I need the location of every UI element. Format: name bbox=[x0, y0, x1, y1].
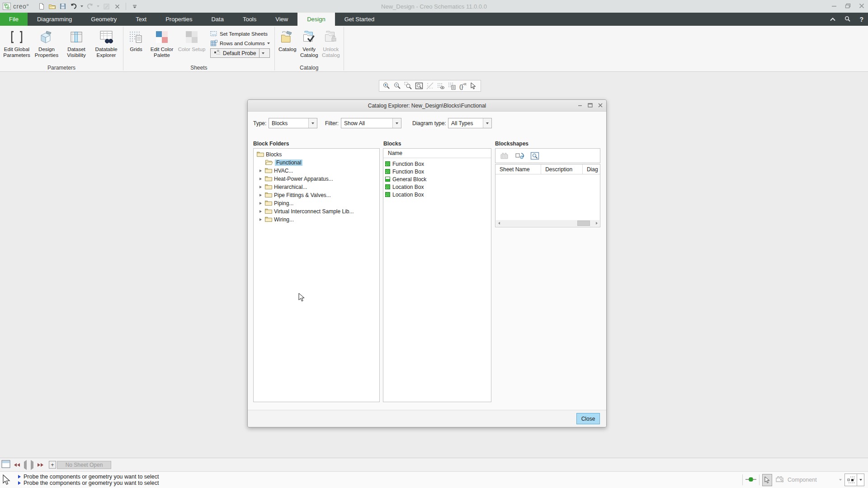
column-diagram[interactable]: Diag bbox=[583, 164, 600, 174]
tree-item-hierarchical[interactable]: Hierarchical... bbox=[254, 183, 379, 191]
close-button[interactable]: Close bbox=[576, 413, 600, 424]
diagram-type-combobox[interactable]: All Types bbox=[448, 118, 492, 128]
probe-dropdown[interactable] bbox=[259, 49, 266, 57]
combo-arrow[interactable] bbox=[483, 118, 491, 128]
type-combobox[interactable]: Blocks bbox=[269, 118, 317, 128]
tree-item-heat-power[interactable]: Heat-Power Apparatus... bbox=[254, 175, 379, 183]
undo-icon[interactable] bbox=[70, 2, 78, 10]
zoom-fit-icon[interactable] bbox=[414, 81, 425, 91]
tree-item-virtual-interconnect[interactable]: Virtual Interconnect Sample Lib... bbox=[254, 207, 379, 216]
set-template-sheets-button[interactable]: Set Template Sheets bbox=[210, 29, 270, 38]
drawing-canvas[interactable]: (}+RB Catalog Explorer: New_Design\Block… bbox=[0, 72, 868, 458]
grid-visibility-icon[interactable] bbox=[435, 81, 446, 91]
combo-arrow[interactable] bbox=[308, 118, 317, 128]
expand-arrow-icon[interactable] bbox=[258, 218, 263, 221]
expand-arrow-icon[interactable] bbox=[258, 194, 263, 197]
new-file-icon[interactable] bbox=[37, 2, 45, 10]
verify-catalog-button[interactable]: Verify Catalog bbox=[299, 27, 320, 58]
verify-catalog-icon bbox=[301, 28, 317, 46]
tree-item-functional[interactable]: Functional bbox=[254, 159, 379, 167]
default-probe-button[interactable]: Default Probe bbox=[210, 48, 270, 58]
auto-label-icon[interactable]: (}+RB bbox=[457, 81, 468, 91]
tree-item-blocks[interactable]: Blocks bbox=[254, 150, 379, 159]
scrollbar-track[interactable] bbox=[502, 220, 594, 226]
combo-arrow[interactable] bbox=[392, 118, 401, 128]
probe-settings-dropdown[interactable] bbox=[857, 474, 864, 486]
add-sheet-button[interactable]: + bbox=[49, 461, 56, 469]
tab-design[interactable]: Design bbox=[297, 13, 335, 26]
last-sheet-button[interactable] bbox=[38, 463, 43, 467]
blocks-column-header[interactable]: Name bbox=[383, 149, 491, 158]
tab-diagramming[interactable]: Diagramming bbox=[28, 13, 81, 26]
horizontal-scrollbar[interactable] bbox=[496, 220, 599, 226]
collapse-ribbon-icon[interactable] bbox=[830, 16, 835, 23]
column-description[interactable]: Description bbox=[541, 164, 583, 174]
dataset-visibility-button[interactable]: Dataset Visibility bbox=[62, 27, 91, 58]
tab-file[interactable]: File bbox=[0, 13, 28, 26]
tree-item-hvac[interactable]: HVAC... bbox=[254, 167, 379, 175]
zoom-selected-icon[interactable] bbox=[403, 81, 414, 91]
catalog-button[interactable]: Catalog bbox=[277, 27, 298, 52]
design-properties-button[interactable]: Design Properties bbox=[32, 27, 61, 58]
datatable-explorer-button[interactable]: Datatable Explorer bbox=[92, 27, 121, 58]
dialog-titlebar[interactable]: Catalog Explorer: New_Design\Blocks\Func… bbox=[248, 100, 606, 112]
help-icon[interactable]: ? bbox=[859, 16, 863, 23]
save-icon[interactable] bbox=[59, 2, 67, 10]
delete-icon[interactable] bbox=[113, 2, 121, 10]
ribbon: Edit Global Parameters Design Properties… bbox=[0, 26, 868, 72]
block-item-function-box-2[interactable]: Function Box bbox=[383, 168, 491, 175]
zoom-out-icon[interactable] bbox=[392, 81, 403, 91]
expand-arrow-icon[interactable] bbox=[258, 210, 263, 213]
tab-get-started[interactable]: Get Started bbox=[335, 13, 384, 26]
scroll-right-icon[interactable] bbox=[594, 220, 599, 226]
tab-tools[interactable]: Tools bbox=[233, 13, 266, 26]
expand-arrow-icon[interactable] bbox=[258, 178, 263, 180]
expand-arrow-icon[interactable] bbox=[258, 202, 263, 205]
block-item-location-box-2[interactable]: Location Box bbox=[383, 191, 491, 198]
sheet-icon[interactable] bbox=[1, 460, 10, 469]
blockshape-preview-icon[interactable] bbox=[529, 150, 540, 161]
close-window-button[interactable] bbox=[859, 3, 864, 10]
edit-global-parameters-button[interactable]: Edit Global Parameters bbox=[2, 27, 31, 58]
edit-color-palette-button[interactable]: Edit Color Palette bbox=[147, 27, 176, 58]
zoom-in-icon[interactable] bbox=[381, 81, 392, 91]
next-sheet-button[interactable] bbox=[31, 462, 33, 468]
tab-geometry[interactable]: Geometry bbox=[81, 13, 126, 26]
tree-item-wiring[interactable]: Wiring... bbox=[254, 216, 379, 224]
rows-and-columns-button[interactable]: Rows and Columns bbox=[210, 39, 270, 48]
grids-button[interactable]: Grids bbox=[126, 27, 146, 52]
first-sheet-button[interactable] bbox=[14, 463, 20, 467]
customize-toolbar-icon[interactable] bbox=[131, 2, 139, 10]
undo-dropdown-icon[interactable] bbox=[80, 5, 83, 7]
tree-item-piping[interactable]: Piping... bbox=[254, 199, 379, 207]
previous-sheet-button[interactable] bbox=[24, 462, 27, 468]
expand-arrow-icon[interactable] bbox=[258, 186, 263, 188]
search-icon[interactable] bbox=[844, 16, 850, 23]
minimize-button[interactable] bbox=[831, 3, 837, 10]
dialog-minimize-button[interactable] bbox=[578, 103, 582, 109]
tab-view[interactable]: View bbox=[266, 13, 297, 26]
select-arrow-icon[interactable] bbox=[468, 81, 479, 91]
probe-settings-button[interactable] bbox=[844, 474, 864, 486]
wire-probe-icon[interactable] bbox=[745, 476, 756, 484]
grid-settings-icon[interactable] bbox=[446, 81, 457, 91]
block-item-location-box-1[interactable]: Location Box bbox=[383, 183, 491, 191]
open-file-icon[interactable] bbox=[48, 2, 56, 10]
ribbon-tabbar: File Diagramming Geometry Text Propertie… bbox=[0, 13, 868, 26]
dialog-close-button[interactable] bbox=[598, 103, 603, 109]
tab-data[interactable]: Data bbox=[202, 13, 233, 26]
tab-text[interactable]: Text bbox=[126, 13, 156, 26]
scrollbar-thumb[interactable] bbox=[577, 221, 590, 226]
filter-combobox[interactable]: Show All bbox=[341, 118, 401, 128]
dialog-maximize-button[interactable] bbox=[588, 103, 593, 109]
column-sheet-name[interactable]: Sheet Name bbox=[495, 164, 541, 174]
restore-button[interactable] bbox=[845, 3, 851, 10]
block-item-general-block[interactable]: General Block bbox=[383, 175, 491, 183]
tab-properties[interactable]: Properties bbox=[156, 13, 202, 26]
scroll-left-icon[interactable] bbox=[496, 220, 502, 226]
select-mode-button[interactable] bbox=[762, 474, 772, 486]
expand-arrow-icon[interactable] bbox=[258, 169, 263, 172]
blockshape-replace-icon[interactable] bbox=[514, 150, 525, 161]
block-item-function-box-1[interactable]: Function Box bbox=[383, 160, 491, 168]
tree-item-pipe-fittings[interactable]: Pipe Fittings & Valves... bbox=[254, 191, 379, 199]
